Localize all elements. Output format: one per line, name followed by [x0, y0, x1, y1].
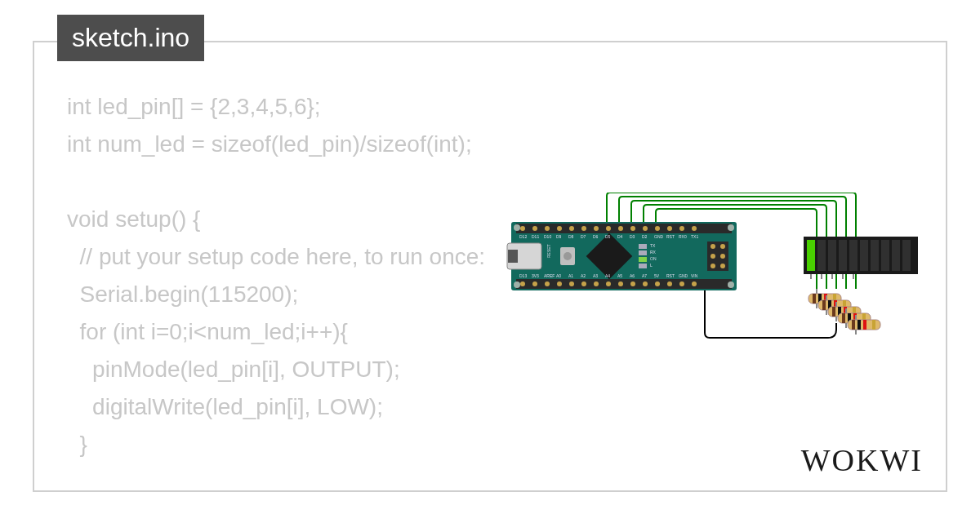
- svg-text:L: L: [650, 263, 653, 268]
- code-content: int led_pin[] = {2,3,4,5,6}; int num_led…: [67, 88, 485, 463]
- svg-text:RX: RX: [650, 250, 657, 255]
- file-tab[interactable]: sketch.ino: [57, 15, 204, 61]
- svg-point-3: [520, 226, 525, 231]
- svg-point-32: [692, 281, 697, 286]
- svg-point-4: [532, 226, 537, 231]
- arduino-nano: D12D11D10D9D8D7D6D5D4D3D2GNDRSTRX0TX1 D1…: [507, 222, 737, 290]
- svg-text:D12D11D10D9D8D7D6D5D4D3D2GNDRS: D12D11D10D9D8D7D6D5D4D3D2GNDRSTRX0TX1: [519, 234, 698, 239]
- svg-point-23: [581, 281, 586, 286]
- svg-text:D133V3AREFA0A1A2A3A4A5A6A75VRS: D133V3AREFA0A1A2A3A4A5A6A75VRSTGNDVIN: [519, 273, 698, 278]
- svg-point-34: [728, 224, 734, 231]
- svg-point-26: [618, 281, 623, 286]
- resistors: [808, 289, 880, 335]
- svg-point-7: [569, 226, 574, 231]
- svg-point-6: [557, 226, 562, 231]
- svg-point-36: [728, 281, 734, 288]
- svg-point-29: [655, 281, 660, 286]
- svg-point-9: [594, 226, 599, 231]
- svg-point-17: [692, 226, 697, 231]
- svg-rect-69: [892, 240, 900, 271]
- svg-point-18: [520, 281, 525, 286]
- svg-text:ON: ON: [650, 256, 657, 261]
- svg-point-22: [569, 281, 574, 286]
- svg-point-15: [667, 226, 672, 231]
- svg-point-10: [606, 226, 611, 231]
- svg-rect-67: [871, 240, 879, 271]
- svg-point-20: [545, 281, 550, 286]
- svg-point-24: [594, 281, 599, 286]
- svg-point-5: [545, 226, 550, 231]
- svg-rect-44: [639, 257, 647, 262]
- svg-point-33: [514, 224, 520, 231]
- svg-text:TX: TX: [650, 243, 656, 248]
- svg-point-47: [710, 244, 715, 249]
- svg-point-49: [710, 254, 715, 259]
- svg-rect-38: [508, 250, 518, 263]
- svg-point-21: [557, 281, 562, 286]
- svg-point-48: [720, 244, 725, 249]
- svg-rect-61: [807, 240, 815, 271]
- svg-rect-45: [639, 264, 647, 268]
- svg-point-41: [564, 252, 572, 260]
- svg-rect-65: [849, 240, 858, 271]
- svg-rect-42: [639, 244, 647, 249]
- svg-point-28: [643, 281, 648, 286]
- svg-rect-66: [860, 240, 868, 271]
- editor-frame: int led_pin[] = {2,3,4,5,6}; int num_led…: [33, 41, 947, 492]
- svg-rect-46: [707, 241, 728, 271]
- svg-point-8: [581, 226, 586, 231]
- svg-point-52: [720, 264, 725, 268]
- svg-rect-62: [817, 240, 826, 271]
- svg-rect-70: [902, 240, 911, 271]
- svg-point-35: [514, 281, 520, 288]
- svg-rect-63: [828, 240, 836, 271]
- svg-point-30: [667, 281, 672, 286]
- svg-point-16: [679, 226, 684, 231]
- svg-point-13: [643, 226, 648, 231]
- circuit-canvas: D12D11D10D9D8D7D6D5D4D3D2GNDRSTRX0TX1 D1…: [470, 193, 928, 405]
- wires-led-to-res: [817, 274, 856, 289]
- svg-text:RESET: RESET: [546, 244, 551, 258]
- svg-point-31: [679, 281, 684, 286]
- svg-point-27: [630, 281, 635, 286]
- svg-point-11: [618, 226, 623, 231]
- wokwi-brand: WOKWI: [801, 442, 923, 478]
- led-bar: [804, 237, 918, 279]
- svg-point-25: [606, 281, 611, 286]
- svg-point-51: [710, 264, 715, 268]
- svg-rect-64: [839, 240, 847, 271]
- svg-point-50: [720, 254, 725, 259]
- svg-point-14: [655, 226, 660, 231]
- svg-rect-68: [881, 240, 889, 271]
- svg-rect-43: [639, 250, 647, 255]
- svg-point-19: [532, 281, 537, 286]
- svg-point-12: [630, 226, 635, 231]
